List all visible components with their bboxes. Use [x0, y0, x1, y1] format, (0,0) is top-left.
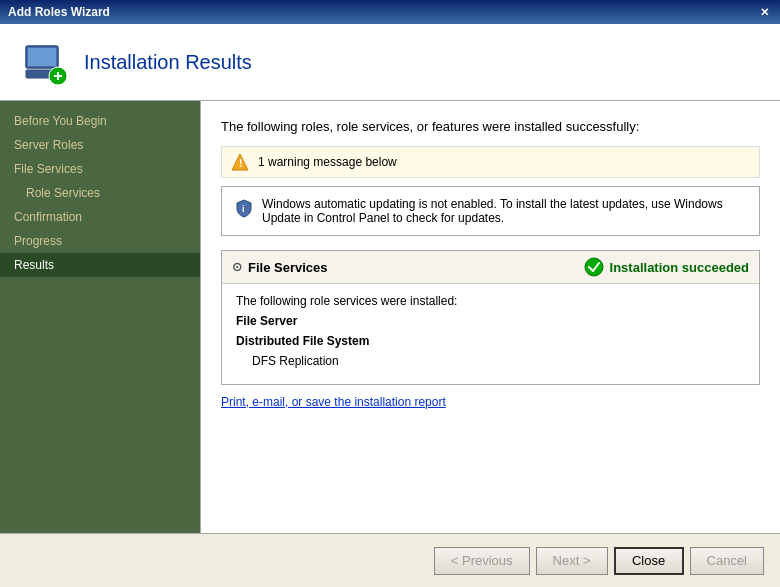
- success-icon: [584, 257, 604, 277]
- warning-bar: ! 1 warning message below: [221, 146, 760, 178]
- intro-text: The following roles, role services, or f…: [221, 119, 760, 134]
- results-header-right: Installation succeeded: [584, 257, 749, 277]
- service-dfs: Distributed File System: [236, 334, 745, 348]
- sidebar-item-server-roles[interactable]: Server Roles: [0, 133, 200, 157]
- service-dfs-replication: DFS Replication: [236, 354, 745, 368]
- sidebar-item-progress[interactable]: Progress: [0, 229, 200, 253]
- svg-rect-1: [28, 48, 56, 66]
- results-status-label: Installation succeeded: [610, 260, 749, 275]
- header-area: Installation Results: [0, 24, 780, 101]
- results-body: The following role services were install…: [222, 284, 759, 384]
- footer: < Previous Next > Close Cancel: [0, 533, 780, 587]
- installed-text: The following role services were install…: [236, 294, 745, 308]
- info-box: i Windows automatic updating is not enab…: [221, 186, 760, 236]
- title-bar-left: Add Roles Wizard: [8, 5, 110, 19]
- sidebar-item-role-services[interactable]: Role Services: [0, 181, 200, 205]
- svg-point-10: [585, 258, 603, 276]
- dialog: Installation Results Before You Begin Se…: [0, 24, 780, 587]
- info-box-text: Windows automatic updating is not enable…: [262, 197, 747, 225]
- print-link[interactable]: Print, e-mail, or save the installation …: [221, 395, 446, 409]
- content-area: Before You Begin Server Roles File Servi…: [0, 101, 780, 533]
- sidebar-item-results[interactable]: Results: [0, 253, 200, 277]
- shield-icon: i: [234, 198, 254, 218]
- results-header-left: ⊙ File Services: [232, 260, 328, 275]
- results-section: ⊙ File Services Installation succeeded T…: [221, 250, 760, 385]
- main-content: The following roles, role services, or f…: [200, 101, 780, 533]
- sidebar-item-file-services[interactable]: File Services: [0, 157, 200, 181]
- wizard-icon: [20, 38, 68, 86]
- close-button[interactable]: Close: [614, 547, 684, 575]
- page-title: Installation Results: [84, 51, 252, 74]
- warning-text: 1 warning message below: [258, 155, 397, 169]
- warning-icon: !: [230, 152, 250, 172]
- collapse-arrow-icon[interactable]: ⊙: [232, 260, 242, 274]
- sidebar-item-confirmation[interactable]: Confirmation: [0, 205, 200, 229]
- service-file-server: File Server: [236, 314, 745, 328]
- results-service-name: File Services: [248, 260, 328, 275]
- sidebar: Before You Begin Server Roles File Servi…: [0, 101, 200, 533]
- title-bar: Add Roles Wizard ✕: [0, 0, 780, 24]
- sidebar-item-before-you-begin[interactable]: Before You Begin: [0, 109, 200, 133]
- svg-rect-6: [57, 72, 59, 80]
- cancel-button[interactable]: Cancel: [690, 547, 764, 575]
- svg-text:i: i: [242, 204, 245, 214]
- title-bar-close-button[interactable]: ✕: [756, 4, 772, 20]
- next-button[interactable]: Next >: [536, 547, 608, 575]
- svg-text:!: !: [239, 158, 242, 169]
- results-section-header: ⊙ File Services Installation succeeded: [222, 251, 759, 284]
- previous-button[interactable]: < Previous: [434, 547, 530, 575]
- title-bar-label: Add Roles Wizard: [8, 5, 110, 19]
